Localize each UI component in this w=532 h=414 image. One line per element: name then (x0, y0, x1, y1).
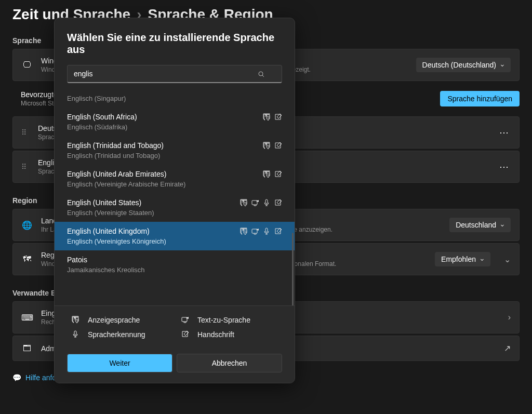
display-language-select[interactable]: Deutsch (Deutschland) (416, 58, 511, 72)
legend-display: Anzeigesprache (71, 315, 168, 325)
monitor-icon: 🖵 (21, 60, 33, 70)
hand-icon (274, 198, 282, 207)
language-option[interactable]: English (Trinidad and Tobago)Englisch (T… (55, 136, 295, 165)
mic-icon (262, 198, 271, 207)
option-sub: Englisch (Vereinigte Staaten) (67, 209, 282, 217)
option-name: English (United States) (67, 198, 240, 207)
admin-icon: 🗔 (21, 344, 33, 353)
more-button[interactable]: ⋯ (498, 127, 511, 138)
option-name: English (South Africa) (67, 113, 262, 121)
cancel-button[interactable]: Abbrechen (177, 354, 282, 372)
display-icon (262, 113, 271, 121)
language-option[interactable]: English (United Kingdom)Englisch (Verein… (55, 222, 295, 250)
language-option[interactable]: English (United States)Englisch (Vereini… (55, 193, 295, 222)
globe-lang-icon: 🗺 (21, 255, 33, 264)
hand-icon (274, 113, 282, 121)
country-select[interactable]: Deutschland (449, 218, 511, 232)
tts-icon (251, 198, 259, 207)
language-option[interactable]: PatoisJamaikanisches Kreolisch (55, 250, 295, 279)
option-name: English (United Kingdom) (67, 227, 240, 235)
option-sub: Englisch (Vereinigte Arabische Emirate) (67, 180, 282, 188)
option-sub: Englisch (Südafrika) (67, 123, 282, 131)
add-language-dialog: Wählen Sie eine zu installierende Sprach… (54, 18, 295, 383)
drag-handle-icon[interactable]: ⠿ (21, 128, 30, 137)
language-search-input[interactable] (67, 65, 282, 83)
next-button[interactable]: Weiter (67, 354, 172, 372)
chevron-right-icon: › (508, 313, 511, 322)
add-language-button[interactable]: Sprache hinzufügen (440, 91, 520, 106)
hand-icon (274, 170, 282, 178)
display-icon (240, 227, 248, 235)
mic-icon (262, 227, 271, 235)
hand-icon (274, 141, 282, 150)
legend-hand: Handschrift (181, 330, 278, 339)
legend-mic: Spracherkennung (71, 330, 168, 339)
hand-icon (274, 227, 282, 235)
option-sub: Englisch (Singapur) (67, 95, 282, 102)
display-icon (240, 198, 248, 207)
keyboard-icon: ⌨ (21, 313, 33, 323)
help-icon: 💬 (12, 373, 21, 382)
globe-icon: 🌐 (21, 220, 33, 230)
option-sub: Englisch (Vereinigtes Königreich) (67, 237, 282, 245)
legend: Anzeigesprache Text-zu-Sprache Spracherk… (55, 305, 295, 346)
chevron-down-icon[interactable]: ⌄ (504, 255, 511, 264)
option-name: English (Trinidad and Tobago) (67, 141, 262, 150)
option-sub: Englisch (Trinidad und Tobago) (67, 152, 282, 159)
more-button[interactable]: ⋯ (498, 161, 511, 172)
tts-icon (251, 227, 259, 235)
language-list[interactable]: Englisch (Singapur)English (South Africa… (55, 87, 295, 305)
language-option[interactable]: English (South Africa)Englisch (Südafrik… (55, 108, 295, 136)
display-icon (262, 170, 271, 178)
format-select[interactable]: Empfohlen (435, 252, 490, 266)
scrollbar[interactable] (292, 233, 294, 305)
language-option[interactable]: Englisch (Singapur) (55, 87, 295, 108)
option-name: Patois (67, 256, 282, 264)
external-link-icon: ↗ (504, 343, 511, 353)
search-icon (257, 70, 264, 79)
dialog-title: Wählen Sie eine zu installierende Sprach… (55, 18, 295, 65)
option-name: English (United Arab Emirates) (67, 170, 262, 178)
language-option[interactable]: English (United Arab Emirates)Englisch (… (55, 165, 295, 193)
drag-handle-icon[interactable]: ⠿ (21, 163, 30, 171)
option-sub: Jamaikanisches Kreolisch (67, 266, 282, 274)
display-icon (262, 141, 271, 150)
legend-tts: Text-zu-Sprache (181, 315, 278, 325)
